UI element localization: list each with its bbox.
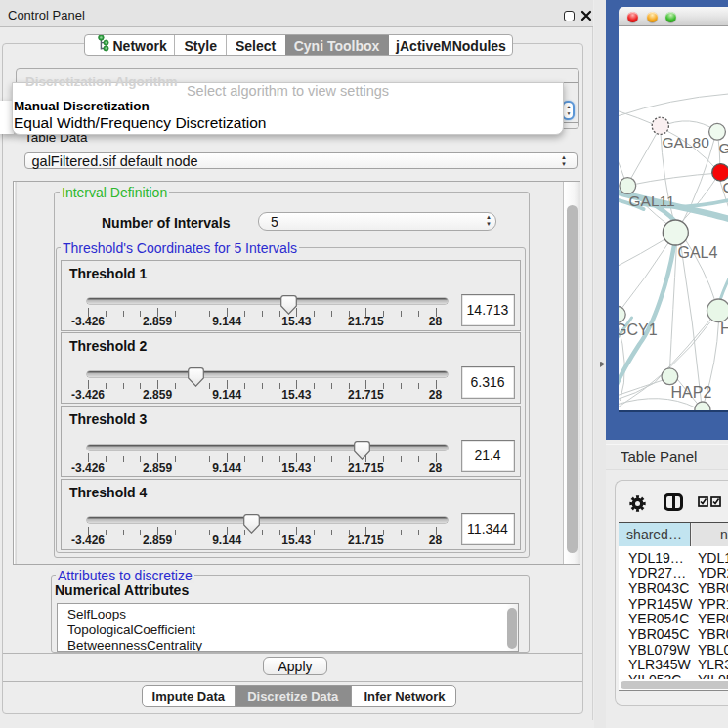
svg-text:GAL80: GAL80 (662, 134, 709, 150)
svg-text:C: C (722, 179, 728, 195)
svg-text:GAL4: GAL4 (677, 244, 717, 261)
svg-text:GCY1: GCY1 (619, 321, 658, 338)
svg-text:GAL3: GAL3 (718, 140, 728, 156)
svg-text:HAP2: HAP2 (670, 384, 711, 401)
svg-text:H: H (720, 321, 728, 337)
svg-text:GAL11: GAL11 (628, 193, 674, 209)
